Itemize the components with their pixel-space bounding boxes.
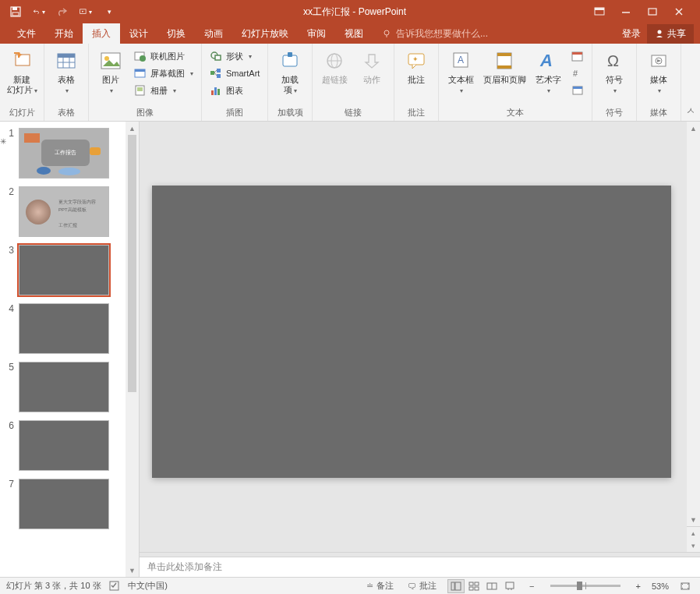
header-footer-button[interactable]: 页眉和页脚 (481, 47, 528, 85)
svg-rect-2 (12, 12, 19, 16)
next-slide-button[interactable]: ▾ (687, 539, 700, 552)
slide-number-button[interactable]: # (568, 65, 587, 81)
photo-album-button[interactable]: 相册▾ (131, 83, 196, 98)
tab-animations[interactable]: 动画 (195, 23, 232, 44)
lightbulb-icon (382, 29, 391, 38)
share-button[interactable]: 共享 (647, 24, 694, 44)
addins-button[interactable]: 加载 项▾ (273, 47, 307, 96)
tab-review[interactable]: 审阅 (298, 23, 335, 44)
screenshot-icon (134, 67, 147, 80)
svg-rect-52 (572, 52, 582, 55)
picture-button[interactable]: 图片▾ (94, 47, 128, 96)
date-time-button[interactable] (568, 48, 587, 64)
ribbon-display-options-button[interactable] (594, 6, 605, 17)
svg-rect-1 (12, 7, 17, 10)
view-buttons (447, 579, 518, 593)
qat-customize-button[interactable]: ▾ (103, 5, 115, 18)
close-button[interactable] (673, 6, 684, 17)
thumbnail-4[interactable]: 4 (5, 303, 131, 354)
thumbnail-1[interactable]: 1✳ 工作报告 (5, 128, 131, 179)
notes-pane[interactable]: 单击此处添加备注 (140, 557, 700, 577)
thumbnail-7[interactable]: 7 (5, 479, 131, 529)
tab-file[interactable]: 文件 (8, 23, 45, 44)
tab-home[interactable]: 开始 (45, 23, 83, 44)
zoom-level[interactable]: 53% (652, 582, 669, 591)
thumbnails-scrollbar[interactable]: ▲ ▼ (126, 122, 139, 577)
wordart-button[interactable]: A 艺术字▾ (531, 47, 565, 96)
maximize-button[interactable] (647, 6, 658, 17)
slide-canvas[interactable] (152, 186, 671, 478)
scroll-down-icon[interactable]: ▼ (126, 564, 139, 577)
scroll-down-icon[interactable]: ▼ (687, 513, 700, 526)
sign-in-button[interactable]: 登录 (622, 27, 641, 41)
save-button[interactable] (9, 5, 22, 18)
symbol-button[interactable]: Ω 符号▾ (597, 47, 631, 96)
fit-to-window-button[interactable] (677, 582, 694, 591)
svg-rect-37 (217, 89, 220, 95)
undo-button[interactable]: ▾ (33, 5, 45, 18)
textbox-icon: A (448, 48, 473, 73)
thumbnail-6[interactable]: 6 (5, 420, 131, 471)
scroll-up-icon[interactable]: ▲ (126, 122, 139, 135)
online-pictures-button[interactable]: 联机图片 (131, 48, 196, 64)
table-button[interactable]: 表格▾ (49, 47, 83, 96)
scroll-up-icon[interactable]: ▲ (687, 122, 700, 135)
screenshot-button[interactable]: 屏幕截图▾ (131, 65, 196, 81)
spell-check-button[interactable] (109, 580, 120, 592)
svg-rect-25 (135, 69, 145, 72)
minimize-button[interactable] (620, 6, 631, 17)
editor-scrollbar[interactable]: ▲ ▼ ▴ ▾ (687, 122, 700, 552)
slide-counter[interactable]: 幻灯片 第 3 张，共 10 张 (6, 580, 101, 592)
chart-button[interactable]: 图表 (207, 83, 263, 98)
scrollbar-grip[interactable] (128, 135, 136, 392)
previous-slide-button[interactable]: ▴ (687, 527, 700, 539)
tell-me-search[interactable]: 告诉我您想要做什么... (373, 23, 488, 44)
svg-rect-38 (283, 55, 297, 66)
collapse-ribbon-button[interactable]: ㅅ (686, 104, 695, 118)
comment-icon: ✦ (404, 48, 429, 73)
tab-transitions[interactable]: 切换 (157, 23, 195, 44)
shapes-button[interactable]: 形状▾ (207, 48, 263, 64)
svg-rect-29 (215, 55, 221, 60)
comments-toggle[interactable]: 🗨批注 (405, 580, 440, 592)
zoom-in-button[interactable]: + (633, 582, 644, 591)
svg-rect-5 (595, 8, 604, 10)
ribbon-group-tables: 表格▾ 表格 (44, 44, 89, 121)
zoom-out-button[interactable]: − (526, 582, 537, 591)
comment-button[interactable]: ✦ 批注 (399, 47, 433, 85)
tab-design[interactable]: 设计 (120, 23, 157, 44)
language-indicator[interactable]: 中文(中国) (128, 580, 168, 592)
ribbon-group-images: 图片▾ 联机图片 屏幕截图▾ 相册▾ 图像 (89, 44, 202, 121)
slideshow-view-button[interactable] (501, 579, 518, 593)
media-button[interactable]: 媒体▾ (642, 47, 676, 96)
slide-number-icon: # (571, 67, 584, 80)
smartart-button[interactable]: SmartArt (207, 65, 263, 81)
slide-canvas-area[interactable]: ▲ ▼ ▴ ▾ (140, 122, 700, 552)
album-icon (134, 84, 147, 97)
thumbnail-2[interactable]: 2 更大文字段落内容PPT高能模板工作汇报 (5, 186, 131, 237)
tab-slideshow[interactable]: 幻灯片放映 (232, 23, 298, 44)
window-title: xx工作汇报 - PowerPoint (115, 5, 594, 19)
redo-button[interactable] (56, 5, 69, 18)
svg-rect-65 (475, 587, 479, 590)
object-button[interactable] (568, 83, 587, 98)
reading-view-button[interactable] (483, 579, 500, 593)
wordart-icon: A (536, 48, 560, 73)
person-icon (655, 29, 664, 38)
chart-icon (210, 84, 222, 97)
normal-view-button[interactable] (447, 579, 465, 593)
zoom-slider[interactable] (550, 585, 620, 587)
ribbon-group-media: 媒体▾ 媒体 (637, 44, 681, 121)
new-slide-label: 新建 幻灯片▾ (7, 75, 37, 96)
notes-toggle[interactable]: ≐备注 (363, 580, 397, 592)
thumbnail-3[interactable]: 3 (5, 245, 131, 295)
slide-sorter-view-button[interactable] (465, 579, 483, 593)
start-from-beginning-button[interactable]: ▾ (80, 5, 92, 18)
svg-text:A: A (539, 51, 553, 70)
new-slide-button[interactable]: ✦ 新建 幻灯片▾ (5, 47, 39, 96)
smartart-icon (210, 67, 222, 80)
tab-view[interactable]: 视图 (335, 23, 373, 44)
textbox-button[interactable]: A 文本框▾ (444, 47, 478, 96)
tab-insert[interactable]: 插入 (83, 23, 120, 44)
thumbnail-5[interactable]: 5 (5, 362, 131, 412)
